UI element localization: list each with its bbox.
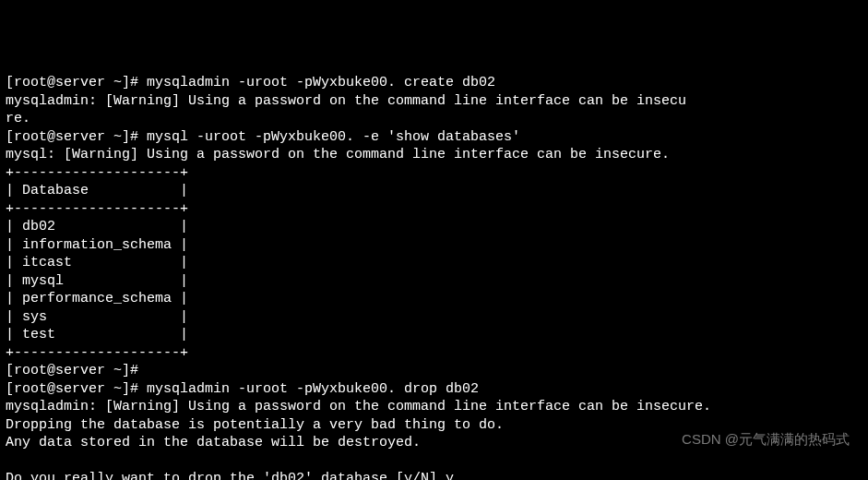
line: | Database |	[6, 183, 188, 198]
line: mysqladmin: [Warning] Using a password o…	[6, 93, 686, 109]
watermark-text: CSDN @元气满满的热码式	[682, 430, 850, 449]
line: Do you really want to drop the 'db02' da…	[6, 471, 454, 480]
line: | information_schema |	[6, 237, 188, 253]
line: [root@server ~]# mysqladmin -uroot -pWyx…	[6, 75, 495, 90]
terminal-output[interactable]: [root@server ~]# mysqladmin -uroot -pWyx…	[0, 72, 868, 480]
line: mysql: [Warning] Using a password on the…	[6, 147, 670, 162]
line: | test |	[6, 327, 188, 342]
line: | performance_schema |	[6, 291, 188, 306]
line: Dropping the database is potentially a v…	[6, 417, 504, 433]
line: +--------------------+	[6, 345, 188, 361]
line: | db02 |	[6, 219, 188, 234]
line: +--------------------+	[6, 165, 188, 181]
line: | itcast |	[6, 255, 188, 270]
line: Any data stored in the database will be …	[6, 435, 421, 450]
line: [root@server ~]# mysqladmin -uroot -pWyx…	[6, 381, 479, 397]
line: | mysql |	[6, 273, 188, 289]
line: [root@server ~]# mysql -uroot -pWyxbuke0…	[6, 129, 520, 145]
line: re.	[6, 111, 30, 126]
line: +--------------------+	[6, 201, 188, 217]
line: mysqladmin: [Warning] Using a password o…	[6, 399, 711, 414]
line: | sys |	[6, 309, 188, 325]
line: [root@server ~]#	[6, 363, 138, 378]
